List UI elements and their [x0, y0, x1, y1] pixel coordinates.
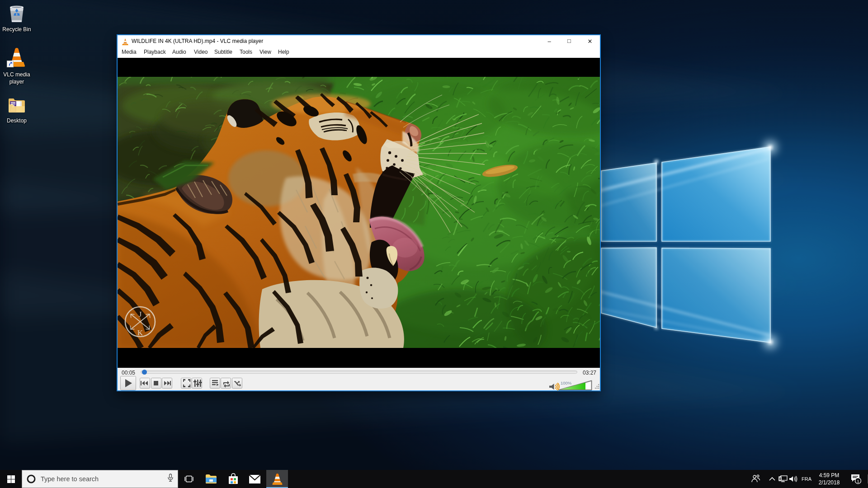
svg-text:K: K: [137, 328, 143, 337]
svg-text:1: 1: [857, 479, 859, 483]
svg-text:100%: 100%: [561, 380, 572, 385]
svg-text:J: J: [139, 310, 142, 319]
